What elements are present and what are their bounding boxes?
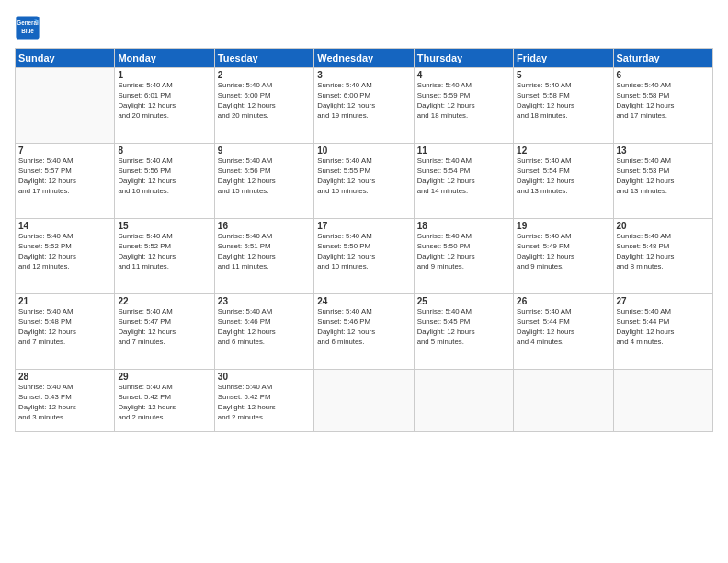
calendar-cell: 28Sunrise: 5:40 AM Sunset: 5:43 PM Dayli… [16, 370, 115, 432]
day-info: Sunrise: 5:40 AM Sunset: 5:45 PM Dayligh… [417, 307, 510, 348]
week-row-1: 7Sunrise: 5:40 AM Sunset: 5:57 PM Daylig… [16, 144, 713, 219]
day-number: 18 [417, 221, 510, 231]
day-info: Sunrise: 5:40 AM Sunset: 5:54 PM Dayligh… [517, 156, 609, 197]
calendar-header-row: SundayMondayTuesdayWednesdayThursdayFrid… [16, 49, 713, 68]
calendar-cell: 27Sunrise: 5:40 AM Sunset: 5:44 PM Dayli… [613, 294, 712, 370]
header: General Blue [15, 15, 713, 40]
calendar-cell: 26Sunrise: 5:40 AM Sunset: 5:44 PM Dayli… [514, 294, 613, 370]
day-info: Sunrise: 5:40 AM Sunset: 5:59 PM Dayligh… [417, 81, 510, 121]
day-info: Sunrise: 5:40 AM Sunset: 5:51 PM Dayligh… [218, 232, 311, 272]
header-tuesday: Tuesday [214, 49, 313, 68]
day-number: 8 [118, 145, 210, 155]
day-number: 30 [218, 372, 311, 382]
day-info: Sunrise: 5:40 AM Sunset: 5:52 PM Dayligh… [118, 232, 210, 272]
calendar-cell: 11Sunrise: 5:40 AM Sunset: 5:54 PM Dayli… [414, 144, 513, 219]
calendar-cell: 4Sunrise: 5:40 AM Sunset: 5:59 PM Daylig… [414, 68, 513, 144]
calendar-cell: 25Sunrise: 5:40 AM Sunset: 5:45 PM Dayli… [414, 294, 513, 370]
day-number: 5 [517, 70, 609, 80]
page: General Blue SundayMondayTuesdayWednesda… [0, 0, 728, 563]
day-number: 13 [617, 145, 710, 155]
day-number: 19 [517, 221, 609, 231]
calendar-cell [613, 370, 712, 432]
day-number: 21 [18, 296, 111, 306]
calendar-cell: 15Sunrise: 5:40 AM Sunset: 5:52 PM Dayli… [115, 219, 214, 294]
day-number: 11 [417, 145, 510, 155]
calendar-cell: 24Sunrise: 5:40 AM Sunset: 5:46 PM Dayli… [314, 294, 414, 370]
day-number: 27 [617, 296, 710, 306]
logo-icon: General Blue [15, 15, 40, 40]
header-wednesday: Wednesday [314, 49, 414, 68]
calendar-cell: 12Sunrise: 5:40 AM Sunset: 5:54 PM Dayli… [514, 144, 613, 219]
day-info: Sunrise: 5:40 AM Sunset: 5:47 PM Dayligh… [118, 307, 210, 348]
day-info: Sunrise: 5:40 AM Sunset: 5:42 PM Dayligh… [218, 383, 311, 423]
calendar-cell: 20Sunrise: 5:40 AM Sunset: 5:48 PM Dayli… [613, 219, 712, 294]
week-row-3: 21Sunrise: 5:40 AM Sunset: 5:48 PM Dayli… [16, 294, 713, 370]
day-info: Sunrise: 5:40 AM Sunset: 5:54 PM Dayligh… [417, 156, 510, 197]
header-sunday: Sunday [16, 49, 115, 68]
day-number: 29 [118, 372, 210, 382]
day-info: Sunrise: 5:40 AM Sunset: 5:42 PM Dayligh… [118, 383, 210, 423]
day-number: 16 [218, 221, 311, 231]
day-info: Sunrise: 5:40 AM Sunset: 5:53 PM Dayligh… [617, 156, 710, 197]
calendar-cell: 13Sunrise: 5:40 AM Sunset: 5:53 PM Dayli… [613, 144, 712, 219]
calendar-cell: 21Sunrise: 5:40 AM Sunset: 5:48 PM Dayli… [16, 294, 115, 370]
day-info: Sunrise: 5:40 AM Sunset: 5:46 PM Dayligh… [218, 307, 311, 348]
week-row-0: 1Sunrise: 5:40 AM Sunset: 6:01 PM Daylig… [16, 68, 713, 144]
day-info: Sunrise: 5:40 AM Sunset: 5:50 PM Dayligh… [417, 232, 510, 272]
day-info: Sunrise: 5:40 AM Sunset: 5:48 PM Dayligh… [617, 232, 710, 272]
day-info: Sunrise: 5:40 AM Sunset: 5:55 PM Dayligh… [317, 156, 410, 197]
calendar-cell: 8Sunrise: 5:40 AM Sunset: 5:56 PM Daylig… [115, 144, 214, 219]
calendar-cell: 14Sunrise: 5:40 AM Sunset: 5:52 PM Dayli… [16, 219, 115, 294]
day-info: Sunrise: 5:40 AM Sunset: 5:58 PM Dayligh… [517, 81, 609, 121]
day-info: Sunrise: 5:40 AM Sunset: 6:01 PM Dayligh… [118, 81, 210, 121]
day-number: 7 [18, 145, 111, 155]
calendar-cell: 30Sunrise: 5:40 AM Sunset: 5:42 PM Dayli… [214, 370, 313, 432]
header-thursday: Thursday [414, 49, 513, 68]
day-number: 28 [18, 372, 111, 382]
day-info: Sunrise: 5:40 AM Sunset: 5:56 PM Dayligh… [218, 156, 311, 197]
calendar-cell [314, 370, 414, 432]
calendar-cell [414, 370, 513, 432]
day-info: Sunrise: 5:40 AM Sunset: 5:43 PM Dayligh… [18, 383, 111, 423]
calendar-cell: 10Sunrise: 5:40 AM Sunset: 5:55 PM Dayli… [314, 144, 414, 219]
day-info: Sunrise: 5:40 AM Sunset: 5:56 PM Dayligh… [118, 156, 210, 197]
logo: General Blue [15, 15, 44, 40]
day-number: 15 [118, 221, 210, 231]
day-number: 2 [218, 70, 311, 80]
calendar-cell: 3Sunrise: 5:40 AM Sunset: 6:00 PM Daylig… [314, 68, 414, 144]
day-info: Sunrise: 5:40 AM Sunset: 5:58 PM Dayligh… [617, 81, 710, 121]
day-info: Sunrise: 5:40 AM Sunset: 5:50 PM Dayligh… [317, 232, 410, 272]
calendar-cell: 17Sunrise: 5:40 AM Sunset: 5:50 PM Dayli… [314, 219, 414, 294]
day-info: Sunrise: 5:40 AM Sunset: 6:00 PM Dayligh… [317, 81, 410, 121]
day-number: 25 [417, 296, 510, 306]
calendar-cell: 22Sunrise: 5:40 AM Sunset: 5:47 PM Dayli… [115, 294, 214, 370]
calendar-cell: 16Sunrise: 5:40 AM Sunset: 5:51 PM Dayli… [214, 219, 313, 294]
day-number: 26 [517, 296, 609, 306]
header-monday: Monday [115, 49, 214, 68]
calendar-table: SundayMondayTuesdayWednesdayThursdayFrid… [15, 48, 713, 432]
calendar-cell: 7Sunrise: 5:40 AM Sunset: 5:57 PM Daylig… [16, 144, 115, 219]
calendar-cell [514, 370, 613, 432]
day-info: Sunrise: 5:40 AM Sunset: 5:44 PM Dayligh… [517, 307, 609, 348]
week-row-4: 28Sunrise: 5:40 AM Sunset: 5:43 PM Dayli… [16, 370, 713, 432]
calendar-cell: 6Sunrise: 5:40 AM Sunset: 5:58 PM Daylig… [613, 68, 712, 144]
day-info: Sunrise: 5:40 AM Sunset: 5:44 PM Dayligh… [617, 307, 710, 348]
day-number: 23 [218, 296, 311, 306]
day-info: Sunrise: 5:40 AM Sunset: 5:46 PM Dayligh… [317, 307, 410, 348]
day-number: 17 [317, 221, 410, 231]
day-info: Sunrise: 5:40 AM Sunset: 5:52 PM Dayligh… [18, 232, 111, 272]
day-number: 4 [417, 70, 510, 80]
day-number: 1 [118, 70, 210, 80]
day-info: Sunrise: 5:40 AM Sunset: 5:48 PM Dayligh… [18, 307, 111, 348]
day-number: 12 [517, 145, 609, 155]
calendar-body: 1Sunrise: 5:40 AM Sunset: 6:01 PM Daylig… [16, 68, 713, 432]
header-saturday: Saturday [613, 49, 712, 68]
calendar-cell: 5Sunrise: 5:40 AM Sunset: 5:58 PM Daylig… [514, 68, 613, 144]
calendar-cell: 23Sunrise: 5:40 AM Sunset: 5:46 PM Dayli… [214, 294, 313, 370]
day-info: Sunrise: 5:40 AM Sunset: 5:49 PM Dayligh… [517, 232, 609, 272]
calendar-cell: 9Sunrise: 5:40 AM Sunset: 5:56 PM Daylig… [214, 144, 313, 219]
calendar-cell: 19Sunrise: 5:40 AM Sunset: 5:49 PM Dayli… [514, 219, 613, 294]
calendar-cell [16, 68, 115, 144]
day-number: 22 [118, 296, 210, 306]
day-number: 9 [218, 145, 311, 155]
